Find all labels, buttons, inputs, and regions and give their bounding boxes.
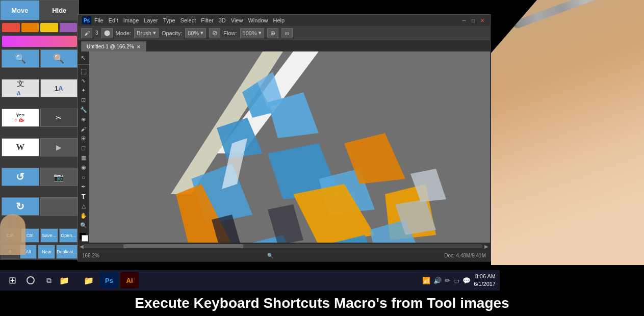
ps-pressure-btn[interactable]: ⊘ [209, 28, 220, 38]
ps-restore-button[interactable]: □ [470, 17, 477, 24]
shortcut-save[interactable]: Save... [40, 228, 59, 243]
color-bar-purple[interactable] [60, 23, 78, 32]
kb-start-button[interactable]: ⊞ [4, 272, 20, 288]
ps-tool-pen[interactable]: ✒ [79, 182, 89, 191]
ps-scroll-thumb[interactable] [123, 244, 243, 248]
color-bar-red[interactable] [2, 23, 20, 32]
ps-foreground-bg[interactable] [79, 232, 89, 241]
tool-cell-text[interactable]: 1A [40, 79, 78, 97]
ps-menu-file[interactable]: File [94, 17, 104, 23]
scissors-icon: ✂ [56, 114, 62, 122]
ps-size-indicator: 3 [95, 30, 98, 36]
ps-tool-blur[interactable]: ◉ [79, 163, 89, 172]
ps-tab-document[interactable]: Untitled-1 @ 166.2% ✕ [81, 41, 146, 51]
ps-options-bar: 🖌 3 ⬤ Mode: Brush ▾ Opacity: 80% ▾ ⊘ Flo… [78, 26, 490, 40]
ps-menu-type[interactable]: Type [163, 17, 175, 23]
ps-menu-filter[interactable]: Filter [201, 17, 213, 23]
ps-tab-close-icon[interactable]: ✕ [137, 44, 141, 49]
kb-search-button[interactable] [22, 272, 39, 288]
tool-cell-undo[interactable]: ↺ [2, 168, 39, 186]
kb-search-icon [27, 276, 35, 284]
kb-taskview-button[interactable]: ⧉ [41, 272, 57, 288]
stylus [512, 0, 621, 32]
ps-brush-preset[interactable]: ⬤ [101, 28, 113, 38]
pink-bar[interactable] [2, 36, 77, 47]
scroll-left-arrow[interactable]: ◀ [80, 244, 84, 249]
tool-cell-dark2[interactable]: ▶ [40, 138, 78, 156]
tool-cell-camera[interactable]: 📷 [40, 168, 78, 186]
ps-smoothing-btn[interactable]: ∞ [281, 28, 293, 38]
ps-tool-brush[interactable]: 🖌 [79, 125, 89, 134]
ps-menu-edit[interactable]: Edit [109, 17, 118, 23]
ps-brush-btn[interactable]: 🖌 [81, 28, 92, 38]
translate-icon: 文A [17, 80, 24, 97]
ps-tool-clone[interactable]: ⊞ [79, 134, 89, 143]
ps-tool-eyedrop[interactable]: 🔧 [79, 106, 89, 114]
ps-tab-label: Untitled-1 @ 166.2% [87, 44, 134, 49]
ps-close-button[interactable]: ✕ [479, 17, 486, 24]
tool-cell-translate[interactable]: 文A [2, 79, 39, 97]
ps-menu-select[interactable]: Select [181, 17, 196, 23]
ps-tool-heal[interactable]: ⊕ [79, 115, 89, 124]
taskbar-system-icons: 📶 🔊 ✏ ▭ 💬 8:06 AM 6/1/2017 [422, 273, 496, 288]
stylus-tip [509, 22, 517, 29]
color-bar-yellow[interactable] [40, 23, 58, 32]
hand-background [491, 0, 644, 265]
vb-new[interactable]: New [38, 245, 55, 259]
ps-menu-view[interactable]: View [231, 17, 243, 23]
ps-mode-dropdown[interactable]: Brush ▾ [134, 28, 159, 38]
ps-tool-dodge[interactable]: ○ [79, 173, 89, 181]
tool-cell-dark1[interactable]: ✂ [40, 109, 78, 127]
artwork-svg [89, 51, 490, 243]
ps-tool-zoom[interactable]: 🔍 [79, 221, 89, 230]
ps-tools-panel: ↖ ⬚ ∿ ✦ ⊡ 🔧 ⊕ 🖌 ⊞ ◻ ▦ ◉ ○ ✒ T △ ✋ 🔍 [78, 51, 89, 243]
scroll-right-arrow[interactable]: ▶ [484, 244, 488, 249]
taskbar-date: 6/1/2017 [474, 280, 496, 288]
ps-menu-window[interactable]: Window [248, 17, 268, 23]
ps-tool-type[interactable]: T [79, 192, 89, 201]
ps-flow-dropdown[interactable]: 100% ▾ [240, 28, 264, 38]
ps-zoom-level: 166.2% [82, 253, 99, 258]
taskbar-illustrator[interactable]: Ai [120, 272, 139, 288]
wikipedia-icon: W [16, 143, 24, 152]
move-button[interactable]: Move [0, 0, 40, 20]
ps-tool-move[interactable]: ↖ [79, 54, 89, 62]
ps-tool-wand[interactable]: ✦ [79, 86, 89, 95]
ps-content: ↖ ⬚ ∿ ✦ ⊡ 🔧 ⊕ 🖌 ⊞ ◻ ▦ ◉ ○ ✒ T △ ✋ 🔍 [78, 51, 490, 243]
ps-menu-help[interactable]: Help [273, 17, 285, 23]
finger-left [0, 214, 25, 255]
ps-mode-label: Mode: [116, 30, 132, 36]
ps-doc-size: Doc: 4.48M/9.41M [444, 253, 486, 258]
ps-scroll-track[interactable] [84, 244, 482, 248]
ps-tool-lasso[interactable]: ∿ [79, 76, 89, 85]
ps-menu-image[interactable]: Image [123, 17, 139, 23]
taskbar-left-area: ⊞ ⧉ 📁 [0, 270, 79, 291]
ps-tool-crop[interactable]: ⊡ [79, 96, 89, 104]
taskbar-photoshop[interactable]: Ps [100, 272, 118, 288]
ps-tool-hand[interactable]: ✋ [79, 212, 89, 220]
tool-cell-magnify[interactable]: 🔍 [40, 49, 78, 68]
tool-cell-redo[interactable]: ↻ [2, 197, 39, 216]
redo-icon: ↻ [16, 200, 24, 213]
ps-tool-eraser[interactable]: ◻ [79, 144, 89, 152]
ps-opacity-dropdown[interactable]: 80% ▾ [185, 28, 206, 38]
hide-button[interactable]: Hide [40, 0, 80, 20]
tool-cell-wikipedia[interactable]: W [2, 138, 39, 156]
ps-tool-path[interactable]: △ [79, 202, 89, 210]
tool-cell-search[interactable]: 🔍 [2, 49, 39, 68]
shortcut-open[interactable]: Open... [59, 228, 78, 243]
ps-canvas-wrapper [89, 51, 490, 243]
color-bar-orange[interactable] [21, 23, 39, 32]
caption-text: Execute Keyboard Shortcuts Macro's from … [135, 295, 509, 311]
ps-menu-layer[interactable]: Layer [144, 17, 158, 23]
ps-airbrush-btn[interactable]: ⊕ [267, 28, 278, 38]
taskbar-explorer[interactable]: 📁 [80, 272, 98, 288]
ps-tool-marquee[interactable]: ⬚ [79, 67, 89, 75]
ps-menu-3d[interactable]: 3D [219, 17, 226, 23]
ps-minimize-button[interactable]: ─ [460, 17, 468, 24]
tool-cell-dark3[interactable] [40, 197, 78, 216]
ps-zoom-icon: 🔍 [267, 253, 273, 258]
ps-tool-gradient[interactable]: ▦ [79, 153, 89, 162]
vb-duplicate[interactable]: Duplicat... [56, 245, 78, 259]
volume-icon: 🔊 [433, 277, 442, 284]
